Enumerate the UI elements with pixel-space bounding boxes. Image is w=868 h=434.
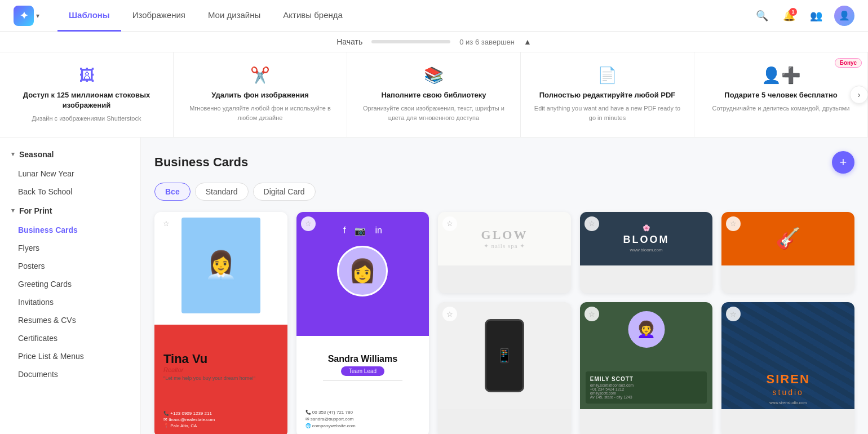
feature-icon-4: 👤➕: [761, 66, 801, 85]
feature-card-0[interactable]: 🖼 Доступ к 125 миллионам стоковых изобра…: [0, 52, 174, 137]
content-header: Business Cards +: [154, 151, 854, 174]
add-template-button[interactable]: +: [832, 151, 854, 174]
template-card-tina[interactable]: ☆ 👩‍💼 Tina Vu Realtor "Let me help you b…: [154, 212, 287, 434]
filter-all[interactable]: Все: [154, 183, 191, 201]
feature-title-0: Доступ к 125 миллионам стоковых изображе…: [11, 90, 162, 110]
feature-desc-2: Организуйте свои изображения, текст, шри…: [358, 104, 509, 122]
people-icon: 👥: [810, 10, 822, 22]
search-icon: 🔍: [756, 10, 768, 22]
star-button-bloom[interactable]: ☆: [584, 216, 599, 231]
logo-chevron-icon: ▾: [36, 12, 39, 20]
progress-track: [371, 40, 450, 43]
feature-title-4: Подарите 5 человек бесплатно: [724, 90, 837, 100]
feature-title-3: Полностью редактируйте любой PDF: [539, 90, 676, 100]
star-button-tina[interactable]: ☆: [159, 216, 174, 231]
notifications-button[interactable]: 🔔 1: [780, 7, 798, 25]
sidebar-item-flyers[interactable]: Flyers: [0, 239, 140, 257]
template-card-orange[interactable]: ☆ 🎸: [721, 212, 854, 294]
feature-card-2[interactable]: 📚 Наполните свою библиотеку Организуйте …: [347, 52, 521, 137]
filter-tabs: Все Standard Digital Card: [154, 183, 854, 201]
sidebar-section-for-print[interactable]: ▾ For Print: [0, 201, 140, 221]
for-print-label: For Print: [19, 206, 52, 215]
sidebar-item-certificates[interactable]: Certificates: [0, 329, 140, 347]
sidebar-section-seasonal[interactable]: ▾ Seasonal: [0, 144, 140, 165]
star-button-emily[interactable]: ☆: [584, 307, 599, 321]
template-card-bloom[interactable]: ☆ 🌸 BLOOM www.bloom.com: [580, 212, 713, 294]
feature-desc-1: Мгновенно удаляйте любой фон и используй…: [185, 104, 335, 122]
filter-digital-card[interactable]: Digital Card: [253, 183, 316, 201]
sidebar-item-back-to-school[interactable]: Back To School: [0, 183, 140, 201]
sidebar-item-resumes-cvs[interactable]: Resumes & CVs: [0, 311, 140, 329]
seasonal-chevron-icon: ▾: [11, 150, 15, 158]
progress-label: Начать: [336, 37, 362, 46]
nav-brand-assets[interactable]: Активы бренда: [272, 0, 354, 32]
sidebar-item-posters[interactable]: Posters: [0, 257, 140, 275]
star-button-glow[interactable]: ☆: [442, 216, 457, 231]
feature-icon-1: ✂️: [250, 66, 270, 85]
header: ✦ ▾ Шаблоны Изображения Мои дизайны Акти…: [0, 0, 868, 32]
feature-desc-3: Edit anything you want and have a new PD…: [532, 104, 683, 122]
template-card-siren[interactable]: ☆ siren studio www.sirenstudio.com: [721, 302, 854, 434]
avatar-button[interactable]: 👤: [834, 6, 854, 26]
logo-icon: ✦: [14, 6, 34, 26]
logo[interactable]: ✦ ▾: [14, 6, 39, 26]
feature-title-1: Удалить фон изображения: [211, 90, 309, 100]
sidebar-item-invitations[interactable]: Invitations: [0, 293, 140, 311]
notification-badge: 1: [789, 8, 797, 16]
sidebar-item-lunar-new-year[interactable]: Lunar New Year: [0, 165, 140, 183]
feature-next-button[interactable]: ›: [850, 86, 868, 104]
search-button[interactable]: 🔍: [753, 7, 771, 25]
main-layout: ▾ Seasonal Lunar New Year Back To School…: [0, 138, 868, 434]
template-card-phone[interactable]: ☆ 📱: [438, 302, 571, 434]
header-right: 🔍 🔔 1 👥 👤: [753, 6, 854, 26]
filter-standard[interactable]: Standard: [195, 183, 249, 201]
sidebar: ▾ Seasonal Lunar New Year Back To School…: [0, 138, 141, 434]
feature-cards-row: 🖼 Доступ к 125 миллионам стоковых изобра…: [0, 52, 868, 138]
template-card-glow[interactable]: ☆ GLOW ✦ nails spa ✦: [438, 212, 571, 294]
section-title: Business Cards: [154, 155, 248, 170]
progress-section: Начать 0 из 6 завершен ▲: [0, 32, 868, 52]
feature-icon-0: 🖼: [79, 66, 95, 85]
sidebar-item-documents[interactable]: Documents: [0, 365, 140, 383]
people-button[interactable]: 👥: [807, 7, 825, 25]
feature-icon-2: 📚: [424, 66, 444, 85]
feature-card-4[interactable]: Бонус 👤➕ Подарите 5 человек бесплатно Со…: [694, 52, 868, 137]
sidebar-item-business-cards[interactable]: Business Cards: [0, 221, 140, 239]
main-nav: Шаблоны Изображения Мои дизайны Активы б…: [57, 0, 753, 32]
bonus-badge: Бонус: [835, 58, 862, 68]
for-print-chevron-icon: ▾: [11, 207, 15, 214]
template-grid: ☆ 👩‍💼 Tina Vu Realtor "Let me help you b…: [154, 212, 854, 434]
star-button-sandra[interactable]: ☆: [301, 216, 316, 231]
sidebar-item-greeting-cards[interactable]: Greeting Cards: [0, 275, 140, 293]
avatar-icon: 👤: [839, 10, 850, 21]
feature-card-1[interactable]: ✂️ Удалить фон изображения Мгновенно уда…: [174, 52, 347, 137]
collapse-progress-button[interactable]: ▲: [524, 37, 532, 46]
feature-card-3[interactable]: 📄 Полностью редактируйте любой PDF Edit …: [521, 52, 694, 137]
feature-title-2: Наполните свою библиотеку: [381, 90, 486, 100]
progress-count: 0 из 6 завершен: [459, 38, 515, 46]
template-card-sandra[interactable]: ☆ f 📷 in 👩 Sandra Williams Team Lead: [296, 212, 429, 434]
feature-desc-4: Сотрудничайте и делитесь командой, друзь…: [712, 104, 850, 113]
main-content: Business Cards + Все Standard Digital Ca…: [141, 138, 868, 434]
seasonal-label: Seasonal: [19, 150, 54, 159]
nav-images[interactable]: Изображения: [121, 0, 197, 32]
feature-desc-0: Дизайн с изображениями Shutterstock: [32, 114, 141, 123]
feature-icon-3: 📄: [597, 66, 617, 85]
nav-my-designs[interactable]: Мои дизайны: [197, 0, 272, 32]
sidebar-item-price-list[interactable]: Price List & Menus: [0, 347, 140, 365]
template-card-emily[interactable]: ☆ 👩‍🦱 EMILY SCOTT emily.scott@contact.co…: [580, 302, 713, 434]
nav-templates[interactable]: Шаблоны: [57, 0, 121, 32]
